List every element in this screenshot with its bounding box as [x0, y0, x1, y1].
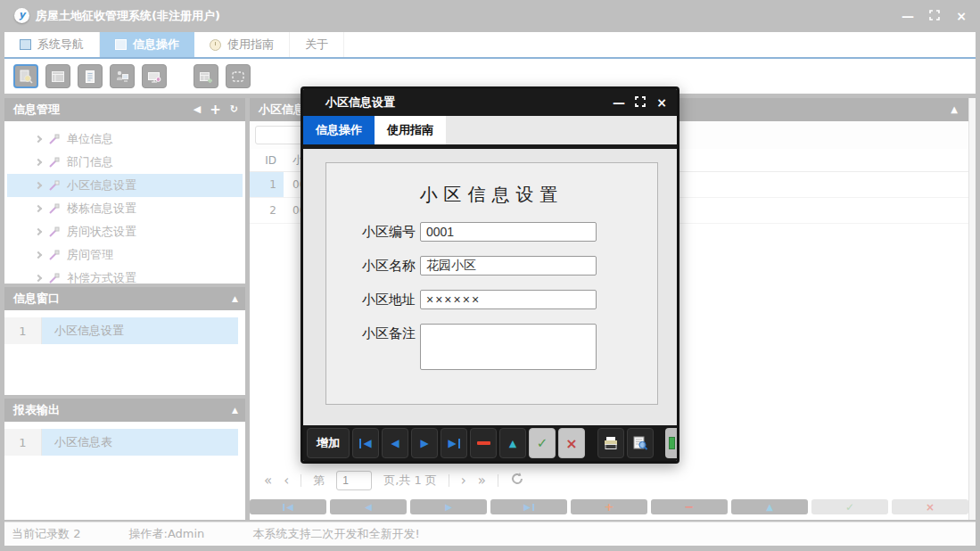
page-next-button[interactable]: › [461, 473, 466, 489]
page-first-button[interactable]: « [264, 473, 272, 489]
report-output-row[interactable]: 1 小区信息表 [4, 429, 245, 456]
panel-info-window-header: 信息窗口 ▲ [4, 287, 245, 310]
status-bar: 当前记录数 2 操作者:Admin 本系统支持二次开发和全新开发! [4, 522, 976, 546]
user-computer-button[interactable] [110, 64, 135, 88]
window-title: 房屋土地征收管理系统(非注册用户) [36, 0, 220, 32]
refresh-icon[interactable] [510, 473, 524, 489]
panel-refresh-icon[interactable]: ↻ [230, 98, 238, 121]
print-button[interactable] [597, 428, 624, 458]
panel-collapse-left-icon[interactable]: ◀ [194, 98, 201, 121]
page-prev-button[interactable]: ‹ [284, 473, 289, 489]
grid-button-bar: ◀ ◀ ▶ ▶ + − ▲ ✓ × [250, 499, 968, 514]
selection-rect-button[interactable] [226, 64, 251, 88]
close-icon[interactable]: × [953, 9, 969, 23]
community-settings-dialog: 小区信息设置 — × 信息操作 使用指南 小区信息设置 小区编号 小区名称 小区… [301, 86, 679, 464]
app-window: { "window": { "title": "房屋土地征收管理系统(非注册用户… [0, 0, 980, 551]
grid-first-button[interactable]: ◀ [250, 499, 326, 514]
print-preview-button[interactable] [627, 428, 654, 458]
selection-rect-icon [231, 70, 245, 84]
divider [301, 474, 301, 487]
panel-report-output: 报表输出 ▲ 1 小区信息表 [4, 399, 245, 520]
record-count-label: 当前记录数 2 [12, 527, 80, 540]
nav-tab-icon [20, 39, 31, 50]
tree-item-dept-info[interactable]: 部门信息 [7, 151, 243, 174]
community-remark-textarea[interactable] [420, 324, 597, 370]
grid-edit-button[interactable]: ▲ [731, 499, 808, 514]
grid-next-button[interactable]: ▶ [410, 499, 487, 514]
record-prev-button[interactable]: ◀ [382, 428, 408, 458]
tree-item-unit-info[interactable]: 单位信息 [7, 127, 243, 151]
dialog-minimize-icon[interactable]: — [613, 95, 625, 110]
chevron-right-icon [35, 228, 42, 235]
chevron-right-icon [35, 159, 42, 166]
column-header-id[interactable]: ID [250, 149, 284, 171]
grid-add-button[interactable]: + [571, 499, 647, 514]
tab-system-nav[interactable]: 系统导航 [4, 32, 100, 57]
restore-icon[interactable] [926, 9, 943, 23]
collapse-icon[interactable]: ▲ [232, 399, 238, 422]
page-number-input[interactable] [336, 471, 372, 490]
dialog-body: 小区信息设置 小区编号 小区名称 小区地址 小区备注 [303, 149, 677, 425]
wand-icon [48, 250, 60, 261]
grid-confirm-button[interactable]: ✓ [811, 499, 888, 514]
chevron-right-icon [35, 251, 42, 259]
tab-info-ops[interactable]: 信息操作 [100, 32, 194, 57]
search-document-icon [19, 70, 33, 84]
community-name-input[interactable] [420, 256, 597, 276]
page-label-prefix: 第 [313, 473, 325, 489]
tree-item-room-status[interactable]: 房间状态设置 [7, 220, 243, 243]
record-first-button[interactable]: ◀ [352, 428, 379, 458]
wand-icon [48, 226, 60, 238]
minimize-icon[interactable]: — [900, 9, 916, 23]
field-label-name: 小区名称 [326, 256, 416, 275]
minus-icon [477, 441, 490, 445]
cancel-button[interactable]: × [558, 428, 585, 458]
grid-cancel-button[interactable]: × [892, 499, 968, 514]
dialog-tab-user-guide[interactable]: 使用指南 [375, 116, 446, 144]
wand-icon [48, 134, 60, 145]
search-document-button[interactable] [13, 64, 38, 88]
dialog-maximize-icon[interactable] [634, 95, 646, 110]
add-button[interactable]: 增加 [307, 428, 350, 458]
dialog-close-icon[interactable]: × [655, 95, 668, 110]
collapse-icon[interactable]: ▲ [232, 287, 238, 310]
dialog-title: 小区信息设置 [325, 89, 395, 116]
guide-tab-icon [210, 39, 221, 51]
tree-item-room-manage[interactable]: 房间管理 [7, 243, 243, 267]
grid-delete-button[interactable]: − [651, 499, 728, 514]
community-address-input[interactable] [420, 290, 597, 309]
chevron-right-icon [35, 205, 42, 212]
info-window-row[interactable]: 1 小区信息设置 [4, 317, 245, 344]
status-message: 本系统支持二次开发和全新开发! [253, 527, 420, 540]
vertical-scrollbar[interactable] [968, 98, 976, 520]
grid-last-button[interactable]: ▶ [490, 499, 567, 514]
grid-prev-button[interactable]: ◀ [330, 499, 407, 514]
edit-button[interactable]: ▲ [499, 428, 526, 458]
monitor-button[interactable] [142, 64, 167, 88]
record-last-button[interactable]: ▶ [441, 428, 467, 458]
tree-item-building-settings[interactable]: 楼栋信息设置 [7, 197, 243, 220]
tab-about[interactable]: 关于 [290, 32, 344, 57]
export-icon [669, 437, 675, 449]
page-last-button[interactable]: » [478, 473, 486, 489]
export-button[interactable] [665, 428, 677, 458]
operator-label: 操作者:Admin [129, 527, 205, 540]
record-next-button[interactable]: ▶ [411, 428, 438, 458]
wand-icon [48, 203, 60, 215]
form-window-button[interactable] [45, 64, 70, 88]
community-form: 小区信息设置 小区编号 小区名称 小区地址 小区备注 [325, 162, 658, 405]
collapse-icon[interactable]: ▲ [951, 98, 958, 121]
delete-button[interactable] [470, 428, 497, 458]
tree-item-community-settings[interactable]: 小区信息设置 [7, 174, 243, 197]
tab-user-guide[interactable]: 使用指南 [194, 32, 290, 57]
document-icon [83, 70, 97, 84]
table-add-button[interactable] [194, 64, 218, 88]
confirm-button[interactable]: ✓ [529, 428, 556, 458]
ribbon-tabbar: 系统导航 信息操作 使用指南 关于 [4, 32, 976, 57]
community-code-input[interactable] [420, 222, 597, 242]
ops-tab-icon [115, 39, 127, 50]
wand-icon [48, 273, 60, 284]
document-button[interactable] [78, 64, 103, 88]
panel-add-icon[interactable]: + [210, 98, 221, 121]
dialog-tab-info-ops[interactable]: 信息操作 [303, 116, 375, 144]
